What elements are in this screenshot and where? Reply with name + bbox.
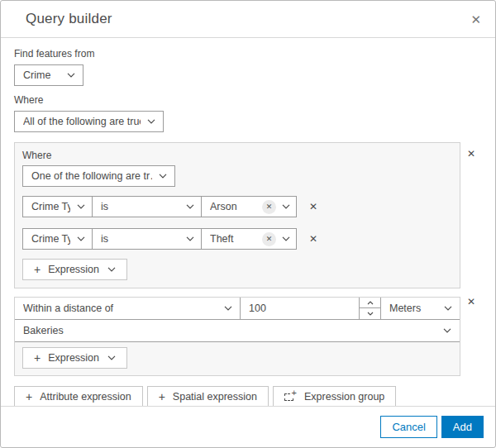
chevron-down-icon <box>147 119 155 124</box>
dialog-header: Query builder ✕ <box>1 1 495 38</box>
plus-icon: + <box>34 264 41 275</box>
unit-select[interactable]: Meters <box>380 298 460 319</box>
chevron-down-icon <box>224 306 232 311</box>
group-1-where-label: Where <box>22 150 452 161</box>
expression-group-label: Expression group <box>304 391 384 403</box>
add-expression-label: Expression <box>48 264 99 275</box>
field-select-value: Crime Type <box>31 201 70 212</box>
spatial-expression-label: Spatial expression <box>173 391 257 403</box>
value-select-value: Theft <box>210 233 262 245</box>
value-select[interactable]: Arson ✕ <box>201 196 297 217</box>
group-1-operator-value: One of the following are tr… <box>31 170 152 182</box>
add-expression-button[interactable]: + Expression <box>22 347 127 369</box>
operator-select-value: is <box>101 201 179 212</box>
add-expression-group-button[interactable]: + Expression group <box>273 386 396 406</box>
condition-row: Crime Type is Arson ✕ <box>22 196 452 217</box>
chevron-down-icon <box>282 204 290 209</box>
operator-select[interactable]: is <box>92 196 202 217</box>
value-select-value: Arson <box>210 201 262 212</box>
expression-actions: + Attribute expression + Spatial express… <box>14 386 482 406</box>
where-operator-value: All of the following are true <box>23 116 141 127</box>
chevron-down-icon <box>107 355 116 360</box>
add-button[interactable]: Add <box>441 416 484 438</box>
plus-icon: + <box>34 352 41 364</box>
chevron-down-icon <box>159 174 167 179</box>
query-builder-dialog: Query builder ✕ Find features from Crime… <box>0 0 496 448</box>
target-layer-value: Bakeries <box>23 325 436 336</box>
group-2-footer: + Expression <box>15 342 460 375</box>
add-expression-button[interactable]: + Expression <box>22 259 127 280</box>
group-1-operator-select[interactable]: One of the following are tr… <box>22 165 175 187</box>
distance-field <box>240 298 359 319</box>
add-expression-label: Expression <box>48 352 99 364</box>
chevron-down-icon <box>443 328 451 333</box>
expression-group-2: Within a distance of <box>14 288 482 376</box>
add-spatial-expression-button[interactable]: + Spatial expression <box>147 386 269 406</box>
chevron-down-icon <box>186 204 194 209</box>
field-select[interactable]: Crime Type <box>22 196 93 217</box>
expression-group-1: Where One of the following are tr… Crime… <box>14 142 482 288</box>
tag-remove-button[interactable]: ✕ <box>262 232 276 246</box>
distance-input[interactable] <box>241 298 359 319</box>
tag-remove-button[interactable]: ✕ <box>262 200 276 214</box>
remove-group-button[interactable]: ✕ <box>467 297 475 307</box>
chevron-down-icon <box>186 236 194 241</box>
plus-icon: + <box>26 391 32 403</box>
remove-group-button[interactable]: ✕ <box>467 149 475 159</box>
spatial-condition-row: Within a distance of <box>15 298 460 320</box>
group-2-panel: Within a distance of <box>14 297 460 376</box>
find-features-label: Find features from <box>14 48 482 60</box>
dialog-footer: Cancel Add <box>1 406 495 447</box>
value-select[interactable]: Theft ✕ <box>201 228 297 250</box>
dialog-title: Query builder <box>26 11 112 27</box>
distance-stepper <box>359 298 380 319</box>
condition-row: Crime Type is Theft ✕ <box>22 228 452 250</box>
chevron-down-icon <box>77 236 85 241</box>
expression-group-icon: + <box>284 391 297 402</box>
chevron-down-icon <box>77 204 85 209</box>
stepper-up-button[interactable] <box>360 298 380 308</box>
group-1-panel: Where One of the following are tr… Crime… <box>14 142 460 288</box>
where-label: Where <box>14 94 482 106</box>
chevron-down-icon <box>67 73 75 78</box>
field-select[interactable]: Crime Type <box>22 228 93 250</box>
layer-select-value: Crime <box>23 69 60 81</box>
chevron-down-icon <box>107 267 116 272</box>
dialog-body: Find features from Crime Where All of th… <box>1 38 495 406</box>
remove-condition-button[interactable]: ✕ <box>309 234 317 244</box>
layer-select[interactable]: Crime <box>14 64 83 86</box>
operator-select[interactable]: is <box>92 228 202 250</box>
operator-select-value: is <box>101 233 179 245</box>
spatial-operator-value: Within a distance of <box>23 303 217 314</box>
spatial-operator-select[interactable]: Within a distance of <box>15 298 240 319</box>
plus-icon: + <box>159 391 165 403</box>
add-attribute-expression-button[interactable]: + Attribute expression <box>14 386 143 406</box>
close-icon[interactable]: ✕ <box>470 13 481 26</box>
cancel-button[interactable]: Cancel <box>380 416 436 438</box>
chevron-down-icon <box>282 236 290 241</box>
unit-select-value: Meters <box>389 303 437 314</box>
stepper-down-button[interactable] <box>360 308 380 319</box>
chevron-down-icon <box>444 306 452 311</box>
remove-condition-button[interactable]: ✕ <box>309 202 317 212</box>
target-layer-select[interactable]: Bakeries <box>15 320 460 342</box>
where-operator-select[interactable]: All of the following are true <box>14 111 164 132</box>
attribute-expression-label: Attribute expression <box>40 391 131 403</box>
field-select-value: Crime Type <box>31 233 70 245</box>
